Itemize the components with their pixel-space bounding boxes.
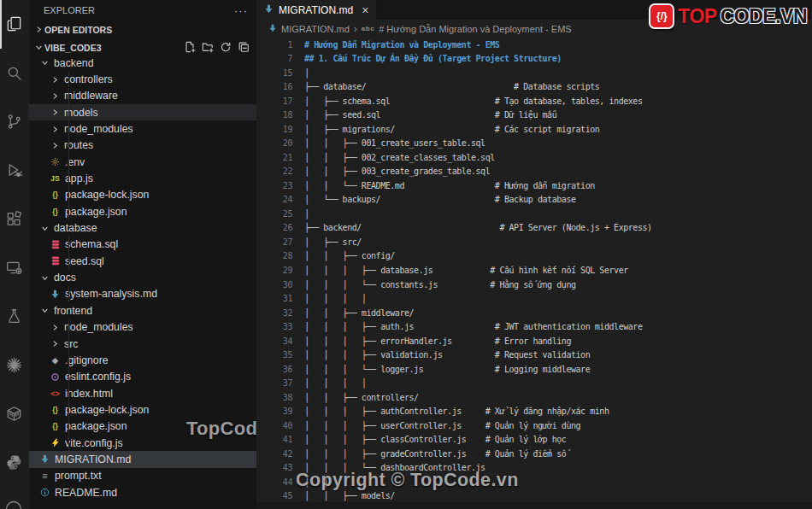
- code-line-39[interactable]: 39│ │ │ ├── authController.js # Xử lý đă…: [256, 404, 812, 418]
- tree-item-routes[interactable]: routes: [29, 137, 256, 154]
- source-control-icon[interactable]: [0, 97, 28, 146]
- code-line-40[interactable]: 40│ │ │ ├── userController.js # Quản lý …: [256, 418, 812, 433]
- line-number[interactable]: 36: [256, 365, 292, 374]
- line-number[interactable]: 1: [256, 40, 292, 50]
- code-line-38[interactable]: 38│ │ ├── controllers/: [256, 390, 812, 405]
- tree-item-controllers[interactable]: controllers: [29, 71, 256, 87]
- code-line-37[interactable]: 37│ │ │ │: [256, 376, 812, 390]
- line-number[interactable]: 25: [256, 209, 292, 219]
- line-number[interactable]: 32: [256, 308, 292, 318]
- extensions-icon[interactable]: [0, 195, 28, 243]
- code-line-35[interactable]: 35│ │ │ ├── validation.js # Request vali…: [256, 348, 812, 362]
- tree-item-index-html[interactable]: <>index.html: [29, 385, 256, 401]
- line-number[interactable]: 42: [256, 449, 292, 459]
- spark-burst-icon[interactable]: [0, 341, 28, 389]
- tree-item-app-js[interactable]: JSapp.js: [29, 170, 256, 186]
- tree-item-docs[interactable]: docs: [29, 269, 256, 285]
- tree-item-package-lock-json[interactable]: {}package-lock.json: [29, 401, 256, 418]
- code-line-27[interactable]: 27│ ├── src/: [256, 235, 812, 249]
- account-icon[interactable]: [4, 500, 23, 509]
- editor-group[interactable]: MIGRATION.md × MIGRATION.md › abc # Hướn…: [256, 0, 812, 509]
- line-number[interactable]: 27: [256, 237, 292, 247]
- tree-item-src[interactable]: src: [29, 336, 256, 352]
- tree-item-models[interactable]: models: [29, 104, 256, 120]
- code-line-29[interactable]: 29│ │ │ ├── database.js # Cấu hình kết n…: [256, 263, 812, 278]
- tree-item-schema-sql[interactable]: schema.sql: [29, 237, 256, 253]
- code-line-16[interactable]: 16├── database/ # Database scripts: [256, 80, 812, 95]
- run-debug-icon[interactable]: [0, 146, 28, 195]
- line-number[interactable]: 45: [256, 491, 292, 500]
- tree-item--env[interactable]: .env: [29, 154, 256, 170]
- code-line-36[interactable]: 36│ │ │ └── logger.js # Logging middlewa…: [256, 362, 812, 377]
- line-number[interactable]: 21: [256, 153, 292, 162]
- collapse-all-icon[interactable]: [238, 41, 250, 55]
- code-line-7[interactable]: 7## 1. Cấu Trúc Dự Án Đầy Đủ (Target Pro…: [256, 52, 812, 67]
- code-line-15[interactable]: 15│: [256, 66, 812, 80]
- tree-item-eslint-config-js[interactable]: eslint.config.js: [29, 369, 256, 385]
- python-icon[interactable]: [0, 438, 28, 487]
- code-line-20[interactable]: 20│ │ ├── 001_create_users_table.sql: [256, 137, 812, 151]
- code-line-17[interactable]: 17│ ├── schema.sql # Tạo database, table…: [256, 94, 812, 108]
- code-line-24[interactable]: 24│ └── backups/ # Backup database: [256, 193, 812, 208]
- code-line-32[interactable]: 32│ │ ├── middleware/: [256, 306, 812, 320]
- line-number[interactable]: 33: [256, 322, 292, 331]
- tree-item-package-lock-json[interactable]: {}package-lock.json: [29, 187, 256, 203]
- testing-flask-icon[interactable]: [0, 292, 28, 341]
- line-number[interactable]: 41: [256, 435, 292, 444]
- remote-monitor-icon[interactable]: [0, 243, 28, 292]
- code-line-34[interactable]: 34│ │ │ ├── errorHandler.js # Error hand…: [256, 334, 812, 348]
- code-line-41[interactable]: 41│ │ │ ├── classController.js # Quản lý…: [256, 432, 812, 447]
- code-line-23[interactable]: 23│ │ └── README.md # Hướng dẫn migratio…: [256, 178, 812, 193]
- tree-item-system-analysis-md[interactable]: system-analysis.md: [29, 286, 256, 302]
- tab-migration-md[interactable]: MIGRATION.md ×: [256, 0, 377, 20]
- line-number[interactable]: 24: [256, 195, 292, 204]
- line-number[interactable]: 37: [256, 378, 292, 388]
- breadcrumb-symbol[interactable]: # Hướng Dẫn Migration và Deployment - EM…: [379, 24, 572, 34]
- line-number[interactable]: 34: [256, 336, 292, 346]
- line-number[interactable]: 22: [256, 167, 292, 176]
- workspace-section[interactable]: VIBE_CODE3: [29, 38, 256, 56]
- line-number[interactable]: 29: [256, 266, 292, 275]
- tree-item-package-json[interactable]: {}package.json: [29, 203, 256, 219]
- tree-item--gitignore[interactable]: ◆.gitignore: [29, 352, 256, 368]
- tree-item-node-modules[interactable]: node_modules: [29, 319, 256, 336]
- line-number[interactable]: 35: [256, 350, 292, 360]
- explorer-icon[interactable]: [0, 0, 28, 49]
- container-cube-icon[interactable]: [0, 389, 28, 438]
- code-line-25[interactable]: 25│: [256, 207, 812, 221]
- breadcrumb-file[interactable]: MIGRATION.md: [281, 24, 350, 34]
- line-number[interactable]: 26: [256, 223, 292, 232]
- code-line-26[interactable]: 26├── backend/ # API Server (Node.js + E…: [256, 221, 812, 236]
- tree-item-middleware[interactable]: middleware: [29, 88, 256, 104]
- line-number[interactable]: 17: [256, 97, 292, 106]
- code-line-21[interactable]: 21│ │ ├── 002_create_classes_table.sql: [256, 150, 812, 165]
- new-folder-icon[interactable]: [202, 41, 214, 55]
- code-line-1[interactable]: 1# Hướng Dẫn Migration và Deployment - E…: [256, 38, 812, 52]
- line-number[interactable]: 15: [256, 68, 292, 78]
- line-number[interactable]: 7: [256, 54, 292, 63]
- horizontal-scrollbar[interactable]: [256, 502, 812, 509]
- tree-item-frontend[interactable]: frontend: [29, 302, 256, 319]
- tree-item-readme-md[interactable]: README.md: [29, 484, 256, 500]
- line-number[interactable]: 38: [256, 393, 292, 402]
- line-number[interactable]: 40: [256, 421, 292, 430]
- line-number[interactable]: 30: [256, 280, 292, 290]
- tree-item-migration-md[interactable]: MIGRATION.md: [29, 451, 256, 467]
- line-number[interactable]: 19: [256, 125, 292, 134]
- tree-item-database[interactable]: database: [29, 219, 256, 236]
- code-line-22[interactable]: 22│ │ ├── 003_create_grades_table.sql: [256, 165, 812, 179]
- line-number[interactable]: 20: [256, 138, 292, 148]
- tree-item-prompt-txt[interactable]: ≡prompt.txt: [29, 468, 256, 484]
- code-line-18[interactable]: 18│ ├── seed.sql # Dữ liệu mẫu: [256, 108, 812, 123]
- line-number[interactable]: 31: [256, 294, 292, 303]
- line-number[interactable]: 43: [256, 463, 292, 472]
- code-viewport[interactable]: 1# Hướng Dẫn Migration và Deployment - E…: [256, 38, 812, 503]
- new-file-icon[interactable]: [184, 41, 196, 55]
- more-actions-icon[interactable]: ···: [234, 4, 248, 17]
- code-line-30[interactable]: 30│ │ │ └── constants.js # Hằng số ứng d…: [256, 278, 812, 292]
- search-icon[interactable]: [0, 49, 28, 97]
- tree-item-seed-sql[interactable]: seed.sql: [29, 253, 256, 269]
- line-number[interactable]: 23: [256, 181, 292, 190]
- line-number[interactable]: 28: [256, 251, 292, 260]
- code-line-28[interactable]: 28│ │ ├── config/: [256, 249, 812, 264]
